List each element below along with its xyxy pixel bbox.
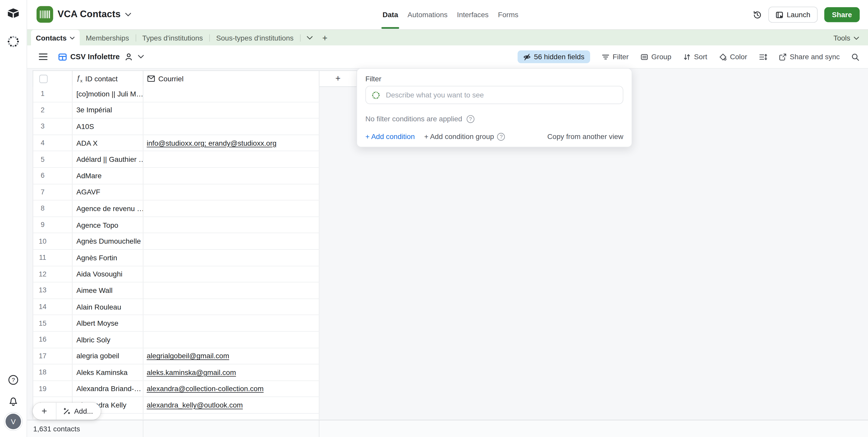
email-link[interactable]: alexandra_kelly@outlook.com (147, 401, 243, 409)
tab-interfaces[interactable]: Interfaces (457, 0, 489, 29)
notifications-bell-icon[interactable] (8, 396, 19, 406)
cell-id-contact[interactable]: AGAVF (72, 184, 143, 200)
cell-courriel[interactable] (143, 102, 319, 118)
omni-ai-icon[interactable] (7, 35, 20, 48)
table-row[interactable]: 8Agence de revenu … (33, 201, 319, 217)
tab-types-institutions[interactable]: Types d'institutions (142, 34, 203, 42)
history-icon[interactable] (753, 10, 762, 19)
cell-id-contact[interactable]: Alain Rouleau (72, 299, 143, 315)
column-header-id-contact[interactable]: ƒx ID contact (72, 71, 143, 86)
share-and-sync-button[interactable]: Share and sync (779, 53, 840, 61)
cell-id-contact[interactable]: Agence de revenu … (72, 201, 143, 216)
tab-sous-types-institutions[interactable]: Sous-types d'institutions (216, 34, 293, 42)
cell-id-contact[interactable]: [co]motion || Juli M… (72, 86, 143, 102)
add-table-button[interactable]: + (322, 33, 328, 43)
cell-courriel[interactable] (143, 151, 319, 167)
cell-id-contact[interactable]: Agnès Fortin (72, 250, 143, 266)
cell-id-contact[interactable]: Agence Topo (72, 217, 143, 233)
base-switcher[interactable]: VCA Contacts (37, 6, 131, 23)
add-with-ai-button[interactable]: Add... (56, 407, 101, 415)
cell-id-contact[interactable]: Albric Soly (72, 331, 143, 348)
table-row[interactable]: 23e Impérial (33, 102, 319, 119)
cell-id-contact[interactable]: Agnès Dumouchelle (72, 233, 143, 249)
cell-id-contact[interactable]: AdMare (72, 168, 143, 184)
chevron-down-icon[interactable] (307, 36, 313, 40)
cell-courriel[interactable]: alexandra@collection-collection.com (143, 381, 319, 397)
filter-ai-input[interactable] (385, 90, 623, 100)
cell-courriel[interactable] (143, 201, 319, 216)
tab-contacts[interactable]: Contacts (31, 30, 80, 46)
tab-data[interactable]: Data (382, 0, 398, 29)
tools-menu[interactable]: Tools (833, 30, 859, 46)
color-button[interactable]: Color (719, 53, 747, 61)
tab-forms[interactable]: Forms (498, 0, 519, 29)
chevron-down-icon[interactable] (138, 55, 144, 59)
cell-courriel[interactable] (143, 184, 319, 200)
table-row[interactable]: 11Agnès Fortin (33, 250, 319, 266)
table-row[interactable]: 15Albert Moyse (33, 315, 319, 331)
column-header-courriel[interactable]: Courriel (143, 71, 319, 86)
cell-id-contact[interactable]: Alexandra Briand-… (72, 381, 143, 397)
cell-courriel[interactable] (143, 233, 319, 249)
table-row[interactable]: 14Alain Rouleau (33, 299, 319, 315)
help-circle-icon[interactable]: ? (467, 115, 474, 123)
add-condition-button[interactable]: + Add condition (365, 132, 415, 141)
cell-courriel[interactable]: aleks.kaminska@gmail.com (143, 365, 319, 380)
table-row[interactable]: 16Albric Soly (33, 331, 319, 348)
help-icon[interactable]: ? (8, 374, 19, 385)
cell-id-contact[interactable]: A10S (72, 119, 143, 135)
cell-id-contact[interactable]: Aimee Wall (72, 283, 143, 298)
cell-id-contact[interactable]: 3e Impérial (72, 102, 143, 118)
select-all-checkbox[interactable] (39, 75, 48, 83)
table-row[interactable]: 6AdMare (33, 168, 319, 184)
cell-courriel[interactable] (143, 217, 319, 233)
launch-button[interactable]: Launch (769, 7, 817, 23)
add-record-button[interactable]: + (33, 406, 56, 417)
table-row[interactable]: 18Aleks Kaminskaaleks.kaminska@gmail.com (33, 365, 319, 381)
tab-memberships[interactable]: Memberships (86, 34, 129, 42)
copy-from-view-button[interactable]: Copy from another view (547, 132, 623, 141)
cell-courriel[interactable]: alexandra_kelly@outlook.com (143, 397, 319, 413)
views-sidebar-toggle-icon[interactable] (39, 53, 48, 60)
search-button[interactable] (851, 53, 859, 60)
add-condition-group-button[interactable]: + Add condition group (424, 132, 494, 141)
tab-automations[interactable]: Automations (408, 0, 447, 29)
table-row[interactable]: 9Agence Topo (33, 217, 319, 233)
table-row[interactable]: 12Aida Vosoughi (33, 266, 319, 283)
email-link[interactable]: aleks.kaminska@gmail.com (147, 368, 236, 377)
cell-courriel[interactable] (143, 119, 319, 135)
cell-courriel[interactable] (143, 315, 319, 331)
cell-id-contact[interactable]: ADA X (72, 135, 143, 151)
cell-courriel[interactable]: info@studioxx.org; erandy@studioxx.org (143, 135, 319, 151)
table-row[interactable]: 19Alexandra Briand-…alexandra@collection… (33, 381, 319, 397)
user-avatar[interactable]: V (6, 414, 21, 429)
help-circle-icon[interactable]: ? (497, 133, 505, 140)
hidden-fields-button[interactable]: 56 hidden fields (517, 51, 590, 63)
cell-id-contact[interactable]: Albert Moyse (72, 315, 143, 331)
cell-courriel[interactable] (143, 250, 319, 266)
cell-courriel[interactable] (143, 331, 319, 348)
add-field-button[interactable]: + (319, 71, 357, 86)
cell-id-contact[interactable]: Aleks Kaminska (72, 365, 143, 380)
share-button[interactable]: Share (824, 7, 860, 22)
group-button[interactable]: Group (640, 53, 671, 61)
row-height-button[interactable] (759, 53, 767, 60)
view-name[interactable]: CSV Infolettre (70, 53, 120, 61)
table-row[interactable]: 5Adélard || Gauthier … (33, 151, 319, 168)
cell-courriel[interactable] (143, 266, 319, 282)
table-row[interactable]: 7AGAVF (33, 184, 319, 201)
table-row[interactable]: 10Agnès Dumouchelle (33, 233, 319, 250)
cell-id-contact[interactable]: alegria gobeil (72, 348, 143, 364)
airtable-logo-icon[interactable] (7, 7, 20, 21)
sort-button[interactable]: Sort (683, 53, 707, 61)
cell-courriel[interactable] (143, 299, 319, 315)
filter-button[interactable]: Filter (602, 53, 629, 61)
email-link[interactable]: info@studioxx.org; erandy@studioxx.org (147, 139, 276, 147)
table-row[interactable]: 4ADA Xinfo@studioxx.org; erandy@studioxx… (33, 135, 319, 151)
cell-courriel[interactable] (143, 86, 319, 102)
cell-courriel[interactable]: alegrialgobeil@gmail.com (143, 348, 319, 364)
table-row[interactable]: 13Aimee Wall (33, 283, 319, 299)
table-row[interactable]: 17alegria gobeilalegrialgobeil@gmail.com (33, 348, 319, 365)
cell-id-contact[interactable]: Aida Vosoughi (72, 266, 143, 282)
email-link[interactable]: alexandra@collection-collection.com (147, 385, 264, 393)
